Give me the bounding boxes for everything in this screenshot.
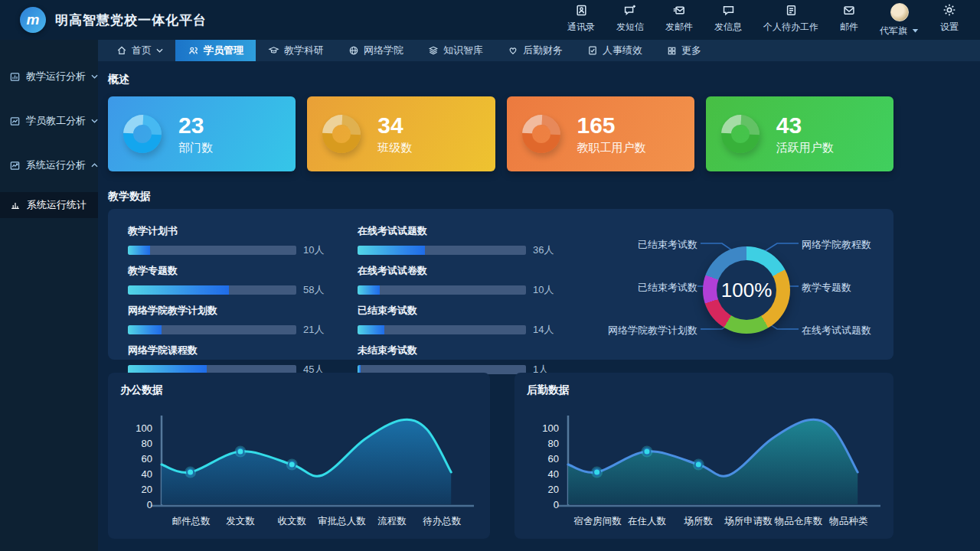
settings-label: 设置 — [940, 21, 959, 34]
app-header: m 明高智慧党校一体化平台 通讯录 发短信 发邮件 发信息 — [0, 0, 980, 40]
bar-track — [358, 285, 526, 295]
bar-item: 教学计划书 10人 — [128, 224, 328, 257]
sms-button[interactable]: 发短信 — [616, 3, 644, 34]
tab-hr-performance[interactable]: 人事绩效 — [575, 40, 655, 61]
chevron-down-icon — [91, 119, 98, 123]
tab-knowledge-base[interactable]: 知识智库 — [416, 40, 495, 61]
tab-label: 更多 — [681, 44, 701, 57]
bar-label: 教学专题数 — [128, 264, 328, 278]
grid-icon — [667, 46, 677, 56]
gear-icon — [942, 3, 956, 18]
svg-text:审批总人数: 审批总人数 — [318, 516, 366, 527]
contacts-button[interactable]: 通讯录 — [567, 3, 595, 34]
svg-text:待办总数: 待办总数 — [423, 516, 462, 527]
bar-value: 36人 — [533, 243, 554, 257]
donut-chart: 100% 已结束考试数 已结束考试数 网络学院教学计划数 网络学院教程数 教学专… — [601, 229, 898, 351]
users-icon — [188, 45, 199, 56]
grad-cap-icon — [268, 45, 279, 56]
header-actions: 通讯录 发短信 发邮件 发信息 个人待办工作 — [567, 3, 959, 37]
trend-chart-icon — [9, 160, 21, 171]
svg-text:宿舍房间数: 宿舍房间数 — [573, 516, 622, 527]
office-line-chart: 020406080100邮件总数发文数收文数审批总人数流程数待办总数 — [120, 399, 480, 538]
bar-label: 教学计划书 — [128, 224, 328, 238]
svg-text:40: 40 — [548, 468, 559, 480]
heart-icon — [508, 45, 518, 56]
donut-label: 在线考试试题数 — [802, 324, 871, 337]
settings-button[interactable]: 设置 — [940, 3, 959, 34]
main-content: 概述 23 部门数 34 班级数 — [98, 61, 980, 551]
mail-button[interactable]: 邮件 — [840, 3, 858, 34]
histogram-icon — [10, 200, 21, 210]
svg-text:物品仓库数: 物品仓库数 — [774, 516, 823, 527]
stat-label: 教职工用户数 — [577, 141, 646, 155]
tab-label: 学员管理 — [204, 44, 243, 57]
tab-online-college[interactable]: 网络学院 — [336, 40, 416, 61]
donut-label: 网络学院教学计划数 — [608, 324, 697, 337]
chevron-down-icon — [91, 74, 98, 79]
stat-label: 活跃用户数 — [776, 141, 834, 155]
svg-text:80: 80 — [142, 438, 152, 449]
tab-more[interactable]: 更多 — [655, 40, 714, 61]
sidebar-item-system-stats[interactable]: 系统运行统计 — [0, 192, 98, 218]
stat-label: 部门数 — [178, 141, 213, 155]
donut-label: 已结束考试数 — [638, 281, 697, 295]
app-title: 明高智慧党校一体化平台 — [55, 11, 207, 29]
bar-value: 21人 — [303, 323, 324, 337]
bar-label: 在线考试试卷数 — [358, 264, 558, 278]
ring-graphic — [123, 115, 162, 153]
logistics-data-panel: 后勤数据 020406080100宿舍房间数在住人数场所数场所申请数物品仓库数物… — [514, 373, 893, 539]
svg-text:60: 60 — [142, 453, 152, 465]
panel-title-office: 办公数据 — [120, 383, 490, 397]
bar-fill — [128, 285, 229, 295]
bar-item: 网络学院教学计划数 21人 — [128, 304, 328, 337]
sidebar-item-label: 教学运行分析 — [26, 70, 86, 83]
bars-column-right: 在线考试试题数 36人 在线考试试卷数 10人 已结束考试数 14人 未结束 — [358, 224, 601, 383]
donut-center-value: 100% — [703, 246, 790, 334]
tab-label: 后勤财务 — [523, 44, 563, 57]
sidebar-item-label: 系统运行分析 — [26, 158, 86, 172]
header-action-label: 通讯录 — [567, 21, 595, 34]
sidebar-item-label: 学员教工分析 — [26, 114, 86, 128]
svg-text:20: 20 — [142, 484, 152, 495]
sidebar: 教学运行分析 学员教工分析 系统运行分析 系统运行统计 — [0, 40, 98, 551]
bar-track — [128, 246, 296, 255]
sidebar-item-system-analysis[interactable]: 系统运行分析 — [0, 155, 98, 176]
user-menu[interactable]: 代军旗 — [880, 3, 919, 37]
tab-teaching-research[interactable]: 教学科研 — [256, 40, 336, 61]
bar-item: 在线考试试题数 36人 — [358, 224, 558, 257]
sidebar-item-teaching-analysis[interactable]: 教学运行分析 — [0, 66, 98, 87]
svg-text:物品种类: 物品种类 — [828, 516, 868, 527]
bar-chart-icon — [9, 71, 21, 83]
bar-label: 已结束考试数 — [358, 304, 558, 318]
section-title-teaching: 教学数据 — [108, 190, 893, 204]
logistics-line-chart: 020406080100宿舍房间数在住人数场所数场所申请数物品仓库数物品种类 — [527, 399, 887, 538]
todo-button[interactable]: 个人待办工作 — [763, 3, 818, 34]
bar-label: 在线考试试题数 — [358, 224, 558, 238]
tab-label: 首页 — [132, 44, 152, 57]
sidebar-item-student-staff-analysis[interactable]: 学员教工分析 — [0, 110, 98, 132]
svg-text:20: 20 — [548, 484, 559, 495]
tab-logistics-finance[interactable]: 后勤财务 — [495, 40, 575, 61]
header-action-label: 邮件 — [840, 21, 858, 34]
svg-text:100: 100 — [542, 422, 559, 434]
bar-track — [128, 285, 296, 295]
sidebar-item-label: 系统运行统计 — [27, 198, 87, 212]
app-logo[interactable]: m — [20, 7, 46, 33]
chevron-down-icon — [912, 28, 919, 34]
stat-value: 23 — [178, 113, 213, 138]
bar-label: 网络学院课程数 — [128, 344, 328, 357]
tab-label: 知识智库 — [443, 44, 483, 57]
stat-value: 34 — [377, 113, 412, 138]
donut-label: 网络学院教程数 — [802, 238, 871, 252]
bar-fill — [128, 325, 162, 334]
message-button[interactable]: 发信息 — [714, 3, 742, 34]
svg-text:60: 60 — [548, 453, 559, 465]
bar-item: 教学专题数 58人 — [128, 264, 328, 297]
svg-text:场所申请数: 场所申请数 — [724, 516, 773, 527]
tab-home[interactable]: 首页 — [104, 40, 175, 61]
svg-text:收文数: 收文数 — [278, 516, 307, 527]
teaching-data-panel: 教学计划书 10人 教学专题数 58人 网络学院教学计划数 21人 网络学院 — [108, 209, 893, 360]
bar-label: 网络学院教学计划数 — [128, 304, 328, 318]
send-mail-button[interactable]: 发邮件 — [665, 3, 693, 34]
tab-student-management[interactable]: 学员管理 — [175, 40, 256, 61]
